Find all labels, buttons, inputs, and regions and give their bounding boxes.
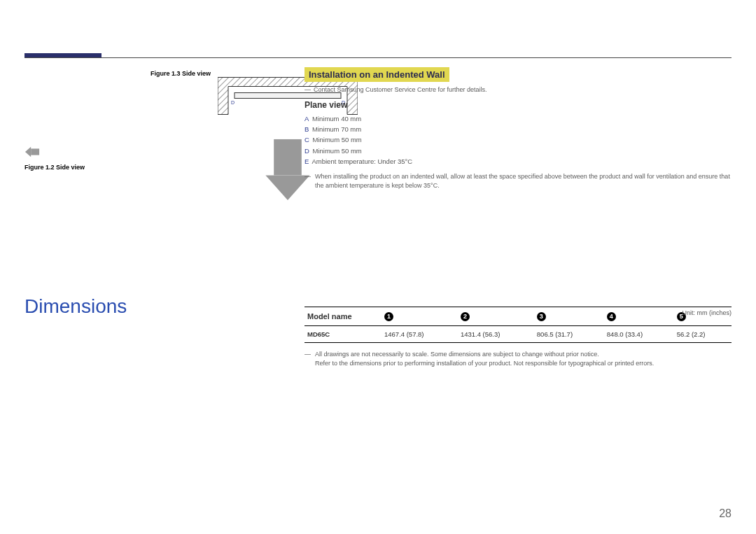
table-row: MD65C 1467.4 (57.8) 1431.4 (56.3) 806.5 … <box>304 325 732 342</box>
contact-note: ― Contact Samsung Customer Service Centr… <box>304 86 732 93</box>
col-model: Model name <box>304 307 382 326</box>
unit-label: Unit: mm (inches) <box>682 309 732 316</box>
col-1: 1 <box>382 307 458 326</box>
svg-text:D: D <box>231 100 234 105</box>
svg-marker-17 <box>265 175 309 200</box>
figure-1-3-caption: Figure 1.3 Side view <box>150 70 211 77</box>
col-4: 4 <box>604 307 674 326</box>
dimensions-notes: ― All drawings are not necessarily to sc… <box>304 350 732 369</box>
figure-1-2-caption: Figure 1.2 Side view <box>24 164 108 171</box>
page-number: 28 <box>719 507 732 520</box>
header-rule <box>24 57 732 58</box>
installation-title: Installation on an Indented Wall <box>304 67 449 82</box>
installation-section: Installation on an Indented Wall ― Conta… <box>304 67 732 191</box>
dimensions-data: Unit: mm (inches) Model name 1 2 3 4 5 M… <box>304 307 732 369</box>
svg-rect-16 <box>274 139 302 175</box>
spec-e: E Ambient temperature: Under 35°C <box>304 156 732 167</box>
installation-warning: ― When installing the product on an inde… <box>304 172 732 191</box>
spec-d: D Minimum 50 mm <box>304 146 732 156</box>
upper-section: B A C E Figure 1.2 Side view Figure 1.3 … <box>24 67 732 203</box>
dimensions-table: Model name 1 2 3 4 5 MD65C 1467.4 (57.8)… <box>304 307 732 343</box>
col-3: 3 <box>534 307 604 326</box>
arrow-left-icon <box>24 144 40 160</box>
col-2: 2 <box>458 307 534 326</box>
svg-rect-0 <box>31 148 39 155</box>
spec-b: B Minimum 70 mm <box>304 124 732 134</box>
spec-c: C Minimum 50 mm <box>304 134 732 145</box>
dimensions-section: Dimensions <box>24 295 732 344</box>
svg-marker-1 <box>25 147 31 157</box>
spec-a: A Minimum 40 mm <box>304 113 732 124</box>
plane-view-heading: Plane view <box>304 100 732 110</box>
